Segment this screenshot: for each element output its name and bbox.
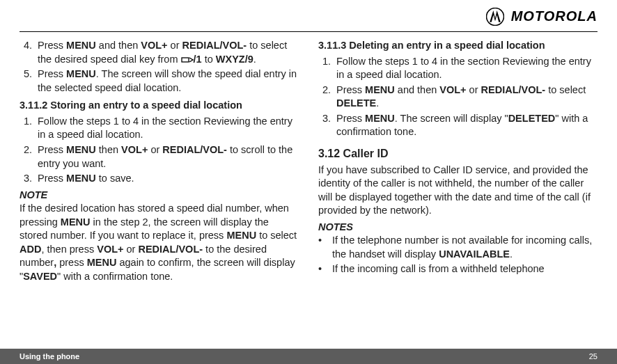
list-item: 5. Press MENU. The screen will show the … xyxy=(19,68,299,95)
item-number: 1. xyxy=(318,55,331,82)
list-item: 4. Press MENU and then VOL+ or REDIAL/VO… xyxy=(19,39,299,66)
list-continued: 4. Press MENU and then VOL+ or REDIAL/VO… xyxy=(19,39,299,95)
motorola-logo-icon xyxy=(486,8,504,26)
page-footer: Using the phone 25 xyxy=(0,349,617,364)
item-number: 2. xyxy=(19,143,32,171)
item-text: If the incoming call is from a withheld … xyxy=(332,262,598,276)
item-text: Press MENU. The screen will display "DEL… xyxy=(336,112,598,139)
item-number: 4. xyxy=(19,39,32,66)
svg-rect-1 xyxy=(182,58,189,62)
content-columns: 4. Press MENU and then VOL+ or REDIAL/VO… xyxy=(0,39,617,285)
item-text: If the telephone number is not available… xyxy=(332,234,598,261)
svg-point-0 xyxy=(486,8,503,25)
item-text: Press MENU and then VOL+ or REDIAL/VOL- … xyxy=(38,39,299,66)
list-item: 3. Press MENU. The screen will display "… xyxy=(318,112,598,139)
list-3-11-2: 1. Follow the steps 1 to 4 in the sectio… xyxy=(19,115,299,186)
section-3-11-2-heading: 3.11.2 Storing an entry to a speed dial … xyxy=(19,99,299,113)
list-item: 3. Press MENU to save. xyxy=(19,172,299,186)
section-3-11-3-heading: 3.11.3 Deleting an entry in a speed dial… xyxy=(318,39,598,53)
list-item: 2. Press MENU then VOL+ or REDIAL/VOL- t… xyxy=(19,143,299,171)
item-text: Press MENU. The screen will show the spe… xyxy=(38,68,299,95)
item-number: 2. xyxy=(318,84,331,111)
notes-label: NOTES xyxy=(318,221,598,235)
brand-name: MOTOROLA xyxy=(511,7,598,26)
page-number: 25 xyxy=(589,351,598,362)
note-label: NOTE xyxy=(19,189,299,203)
footer-title: Using the phone xyxy=(19,351,79,362)
bullet-icon: • xyxy=(318,234,325,261)
note-body: If the desired location has stored a spe… xyxy=(19,202,299,283)
bullet-icon: • xyxy=(318,262,325,276)
list-item: • If the incoming call is from a withhel… xyxy=(318,262,598,276)
item-text: Press MENU to save. xyxy=(38,172,299,186)
section-3-12-heading: 3.12 Caller ID xyxy=(318,146,598,161)
item-number: 1. xyxy=(19,115,32,142)
list-item: 2. Press MENU and then VOL+ or REDIAL/VO… xyxy=(318,84,598,111)
item-text: Follow the steps 1 to 4 in the section R… xyxy=(336,55,598,82)
item-number: 5. xyxy=(19,68,32,95)
item-text: Press MENU and then VOL+ or REDIAL/VOL- … xyxy=(336,84,598,111)
list-item: 1. Follow the steps 1 to 4 in the sectio… xyxy=(19,115,299,142)
item-text: Follow the steps 1 to 4 in the section R… xyxy=(38,115,299,142)
left-column: 4. Press MENU and then VOL+ or REDIAL/VO… xyxy=(19,39,299,285)
list-3-11-3: 1. Follow the steps 1 to 4 in the sectio… xyxy=(318,55,598,139)
list-item: 1. Follow the steps 1 to 4 in the sectio… xyxy=(318,55,598,82)
caller-id-body: If you have subscribed to Caller ID serv… xyxy=(318,164,598,218)
speed-dial-key-icon xyxy=(181,56,194,63)
item-number: 3. xyxy=(19,172,32,186)
header-rule xyxy=(19,31,598,32)
notes-bullet-list: • If the telephone number is not availab… xyxy=(318,234,598,276)
header-bar: MOTOROLA xyxy=(0,0,617,31)
item-number: 3. xyxy=(318,112,331,139)
item-text: Press MENU then VOL+ or REDIAL/VOL- to s… xyxy=(38,143,299,171)
right-column: 3.11.3 Deleting an entry in a speed dial… xyxy=(318,39,598,285)
list-item: • If the telephone number is not availab… xyxy=(318,234,598,261)
